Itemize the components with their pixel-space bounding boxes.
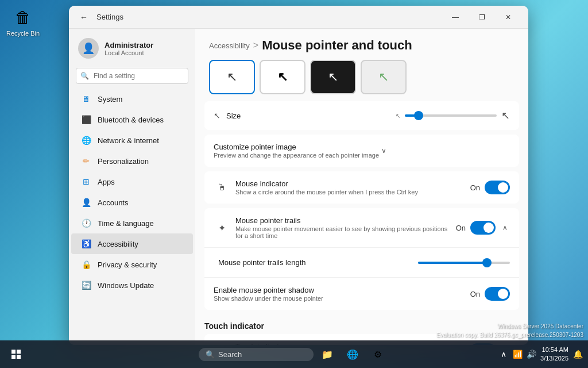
trails-slider-thumb[interactable] [482,258,492,267]
back-button[interactable]: ← [76,9,92,25]
sidebar-item-time[interactable]: 🕐 Time & language [71,213,193,233]
taskbar-search[interactable]: 🔍 Search [199,348,314,361]
pointer-shadow-title: Enable mouse pointer shadow [214,286,470,294]
cursor-custom-icon: ↖ [378,70,389,85]
recycle-bin[interactable]: 🗑 Recycle Bin [6,6,40,37]
mouse-indicator-toggle[interactable] [485,181,510,194]
mouse-indicator-title: Mouse indicator [235,179,470,188]
mouse-trails-row: ✦ Mouse pointer trails Make mouse pointe… [204,208,519,248]
window-content: 👤 Administrator Local Account 🔍 🖥 System [69,29,528,345]
apps-icon: ⊞ [80,176,92,187]
sidebar-item-accessibility[interactable]: ♿ Accessibility [71,233,193,254]
customize-chevron[interactable]: ∨ [379,144,389,157]
pointer-option-white[interactable]: ↖ [209,60,255,94]
mouse-indicator-control: On [470,181,510,194]
sidebar-item-system-label: System [98,95,122,103]
recycle-bin-label: Recycle Bin [6,30,40,37]
mouse-indicator-row: 🖱 Mouse indicator Show a circle around t… [204,171,519,204]
start-button[interactable] [5,343,28,366]
sidebar-item-bluetooth[interactable]: ⬛ Bluetooth & devices [71,109,193,130]
pointer-shadow-control: On [470,287,510,301]
sidebar-item-system[interactable]: 🖥 System [71,89,193,109]
tray-network-icon[interactable]: 📶 [512,348,523,360]
svg-rect-0 [11,350,16,354]
sidebar: 👤 Administrator Local Account 🔍 🖥 System [69,29,195,345]
sidebar-item-network[interactable]: 🌐 Network & internet [71,130,193,151]
taskbar-clock[interactable]: 10:54 AM 3/13/2025 [540,346,568,363]
size-icon: ↖ [214,111,220,120]
system-tray: ∧ 📶 🔊 [498,348,537,360]
system-icon: 🖥 [80,93,92,105]
sidebar-item-bluetooth-label: Bluetooth & devices [98,116,164,124]
breadcrumb: Accessibility > Mouse pointer and touch [209,38,514,53]
sidebar-item-network-label: Network & internet [98,136,159,145]
search-box: 🔍 [76,68,188,84]
customize-section: Customize pointer image Preview and chan… [204,135,519,167]
svg-rect-1 [17,350,21,354]
pointer-option-custom[interactable]: ↖ [361,60,407,94]
taskbar-file-explorer[interactable]: 📁 [316,343,339,366]
breadcrumb-sep: > [253,40,258,51]
trails-length-title: Mouse pointer trails length [218,258,418,267]
breadcrumb-current: Mouse pointer and touch [262,38,412,53]
mouse-trails-chevron[interactable]: ∧ [500,221,510,234]
mouse-trails-section: ✦ Mouse pointer trails Make mouse pointe… [204,208,519,310]
taskbar-search-label: Search [218,350,242,359]
main-content: Accessibility > Mouse pointer and touch … [195,29,528,345]
size-slider[interactable] [405,114,497,117]
pointer-shadow-toggle[interactable] [485,287,510,301]
pointer-option-inverted[interactable]: ↖ [310,60,356,94]
trails-length-info: Mouse pointer trails length [218,258,418,267]
svg-rect-3 [17,355,21,359]
pointer-option-black[interactable]: ↖ [260,60,305,94]
size-label: Size [226,112,396,120]
sidebar-item-time-label: Time & language [98,219,154,228]
page-header: Accessibility > Mouse pointer and touch [195,29,528,60]
size-small-icon: ↖ [396,113,400,119]
mouse-indicator-state: On [470,183,480,192]
customize-header[interactable]: Customize pointer image Preview and chan… [204,135,519,167]
settings-window: ← Settings — ❐ ✕ 👤 Administrator Local A… [69,6,528,345]
bluetooth-icon: ⬛ [80,114,92,125]
touch-section-title: Touch indicator [195,315,528,334]
sidebar-item-personalization-label: Personalization [98,157,149,166]
trails-slider[interactable] [418,262,510,264]
sidebar-item-update[interactable]: 🔄 Windows Update [71,275,193,296]
mouse-indicator-sub: Show a circle around the mouse pointer w… [235,189,470,195]
mouse-trails-sub: Make mouse pointer movement easier to se… [235,225,456,239]
sidebar-item-privacy[interactable]: 🔒 Privacy & security [71,254,193,275]
breadcrumb-parent: Accessibility [209,41,250,50]
sidebar-item-accounts[interactable]: 👤 Accounts [71,192,193,213]
maximize-button[interactable]: ❐ [469,8,495,26]
user-name: Administrator [105,41,153,49]
taskbar-left [5,343,28,366]
search-input[interactable] [76,68,188,84]
tray-chevron-icon[interactable]: ∧ [498,348,509,360]
network-icon: 🌐 [80,135,92,146]
sidebar-item-accounts-label: Accounts [98,198,128,207]
mouse-trails-control: On ∧ [456,221,510,235]
search-icon: 🔍 [80,72,89,80]
sidebar-item-apps-label: Apps [98,178,115,186]
desktop: 🗑 Recycle Bin ← Settings — ❐ ✕ 👤 Adminis [0,0,588,368]
mouse-indicator-icon: 🖱 [214,179,230,195]
customize-info: Customize pointer image Preview and chan… [214,143,379,159]
mouse-trails-toggle[interactable] [470,221,496,235]
taskbar-settings[interactable]: ⚙ [366,343,389,366]
cursor-black-icon: ↖ [277,70,288,85]
title-bar: ← Settings — ❐ ✕ [69,6,528,29]
close-button[interactable]: ✕ [495,8,521,26]
sidebar-item-personalization[interactable]: ✏ Personalization [71,151,193,171]
taskbar-edge[interactable]: 🌐 [341,343,364,366]
sidebar-item-apps[interactable]: ⊞ Apps [71,171,193,192]
notification-icon[interactable]: 🔔 [572,348,583,360]
trails-slider-container [418,262,510,264]
minimize-button[interactable]: — [442,8,469,26]
personalization-icon: ✏ [80,155,92,167]
user-profile[interactable]: 👤 Administrator Local Account [69,33,195,66]
taskbar-center: 🔍 Search 📁 🌐 ⚙ [199,343,389,366]
tray-volume-icon[interactable]: 🔊 [525,348,537,360]
accounts-icon: 👤 [80,197,92,208]
size-slider-thumb[interactable] [414,111,423,120]
mouse-indicator-info: Mouse indicator Show a circle around the… [235,179,470,195]
